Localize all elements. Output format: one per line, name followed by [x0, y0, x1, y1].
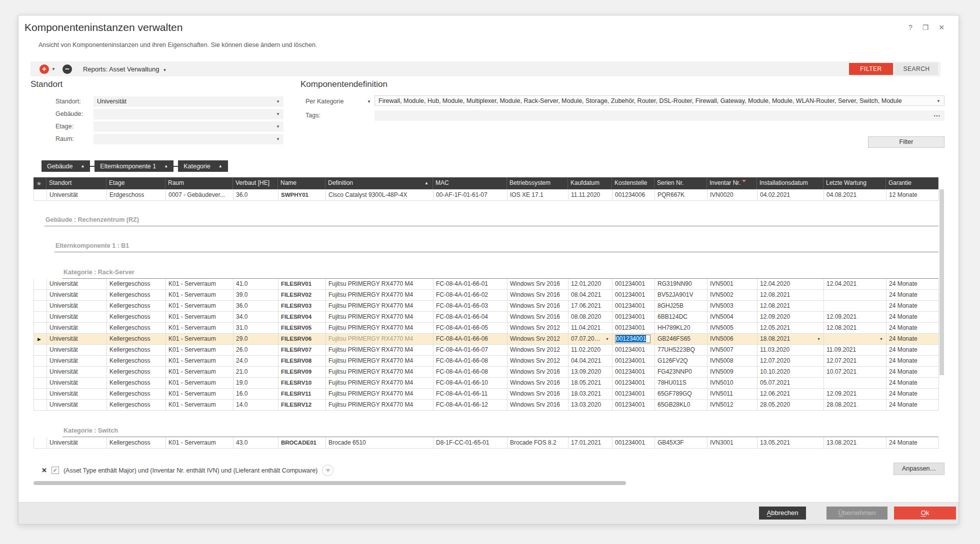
- cell-definition[interactable]: Fujitsu PRIMERGY RX4770 M4: [326, 367, 434, 378]
- cell-kaufdatum[interactable]: 11.11.2020: [568, 189, 612, 201]
- cell-etage[interactable]: Kellergeschoss: [107, 279, 166, 290]
- cell-definition[interactable]: Fujitsu PRIMERGY RX4770 M4: [326, 334, 434, 345]
- cell-serien-nr[interactable]: GB246FS65: [655, 334, 708, 345]
- cell-etage[interactable]: Kellergeschoss: [107, 323, 166, 334]
- cell-etage[interactable]: Kellergeschoss: [107, 290, 166, 301]
- cell-standort[interactable]: Universität: [47, 323, 107, 334]
- cell-verbaut-he[interactable]: 36.0: [234, 189, 278, 201]
- cell-mac[interactable]: 00-AF-1F-01-61-07: [434, 189, 508, 201]
- cell-standort[interactable]: Universität: [47, 356, 107, 367]
- cell-kostenstelle[interactable]: 001234001: [612, 437, 655, 449]
- cell-betriebssystem[interactable]: Windows Srv 2016: [508, 301, 568, 312]
- standort-select[interactable]: Universität▼: [94, 96, 284, 107]
- column-header-verbaut-he[interactable]: Verbaut [HE]: [233, 177, 278, 189]
- cell-garantie[interactable]: 24 Monate: [886, 378, 939, 389]
- cell-etage[interactable]: Erdgeschoss: [107, 189, 166, 201]
- cell-installationsdatum[interactable]: 04.02.2021: [758, 189, 824, 201]
- cell-name[interactable]: BROCADE01: [278, 437, 326, 449]
- cell-definition[interactable]: Brocade 6510: [326, 437, 434, 449]
- cell-serien-nr[interactable]: RG319NN90: [655, 279, 708, 290]
- column-header-kaufdatum[interactable]: Kaufdatum: [568, 177, 612, 189]
- per-kategorie-label[interactable]: Per Kategorie: [306, 96, 344, 107]
- tags-field[interactable]: ...: [374, 110, 944, 121]
- cell-standort[interactable]: Universität: [47, 400, 107, 411]
- cell-betriebssystem[interactable]: Windows Srv 2016: [508, 378, 568, 389]
- cell-inventar-nr[interactable]: IVN5003: [708, 301, 758, 312]
- remove-button[interactable]: −: [62, 64, 72, 74]
- filter-funnel-button[interactable]: [322, 465, 334, 476]
- cell-kostenstelle[interactable]: 001234001: [612, 345, 655, 356]
- cell-serien-nr[interactable]: BV52JA901V: [655, 290, 708, 301]
- cell-betriebssystem[interactable]: Windows Srv 2012: [508, 356, 568, 367]
- cell-etage[interactable]: Kellergeschoss: [107, 345, 166, 356]
- cell-name[interactable]: FILESRV03: [278, 301, 326, 312]
- cell-kaufdatum[interactable]: 11.04.2021: [568, 323, 612, 334]
- cell-garantie[interactable]: 24 Monate: [886, 400, 939, 411]
- column-header-kostenstelle[interactable]: Kostenstelle: [612, 177, 654, 189]
- cell-mac[interactable]: FC-08-4A-01-66-12: [434, 400, 508, 411]
- dropdown-caret-icon[interactable]: ▼: [880, 334, 883, 344]
- add-dropdown-caret-icon[interactable]: ▼: [52, 67, 56, 71]
- cell-installationsdatum[interactable]: 12.06.2021: [758, 389, 824, 400]
- cell-garantie[interactable]: 24 Monate: [886, 389, 939, 400]
- cell-serien-nr[interactable]: 8GHJ25B: [655, 301, 708, 312]
- cell-kaufdatum[interactable]: 13.09.2020: [568, 367, 612, 378]
- cell-installationsdatum[interactable]: 11.03.2020: [758, 345, 824, 356]
- cell-verbaut-he[interactable]: 39.0: [234, 290, 278, 301]
- group-header-kategorie-rack-server[interactable]: Kategorie : Rack-Server: [62, 265, 938, 279]
- cell-serien-nr[interactable]: GB45X3F: [655, 437, 708, 449]
- cell-standort[interactable]: Universität: [47, 312, 107, 323]
- cell-kaufdatum[interactable]: 08.04.2021: [568, 290, 612, 301]
- cell-betriebssystem[interactable]: Windows Srv 2016: [508, 279, 568, 290]
- table-row-filesrv03[interactable]: UniversitätKellergeschossK01 - Serverrau…: [34, 301, 938, 312]
- filter-enabled-checkbox[interactable]: ✓: [52, 467, 59, 474]
- cell-garantie[interactable]: 24 Monate: [886, 437, 939, 449]
- table-row-filesrv08[interactable]: UniversitätKellergeschossK01 - Serverrau…: [34, 356, 938, 367]
- clear-filter-icon[interactable]: ✕: [42, 467, 47, 474]
- reports-dropdown[interactable]: Reports: Asset Verwaltung▼: [83, 65, 166, 73]
- table-row-filesrv06[interactable]: ▶UniversitätKellergeschossK01 - Serverra…: [34, 334, 938, 345]
- cell-definition[interactable]: Fujitsu PRIMERGY RX4770 M4: [326, 301, 434, 312]
- cell-verbaut-he[interactable]: 41.0: [234, 279, 278, 290]
- cell-raum[interactable]: K01 - Serverraum: [166, 345, 234, 356]
- cell-raum[interactable]: K01 - Serverraum: [166, 334, 234, 345]
- cell-standort[interactable]: Universität: [47, 367, 107, 378]
- cell-installationsdatum[interactable]: 18.08.2021▼: [758, 334, 824, 345]
- cell-mac[interactable]: FC-08-4A-01-66-06: [434, 334, 508, 345]
- cell-inventar-nr[interactable]: IVN5004: [708, 312, 758, 323]
- cell-garantie[interactable]: 24 Monate: [886, 356, 939, 367]
- cell-garantie[interactable]: 24 Monate: [886, 290, 939, 301]
- cell-kaufdatum[interactable]: 18.03.2021: [568, 389, 612, 400]
- cell-inventar-nr[interactable]: IVN5011: [708, 389, 758, 400]
- cell-definition[interactable]: Fujitsu PRIMERGY RX4770 M4: [326, 389, 434, 400]
- filter-tab-button[interactable]: FILTER: [849, 63, 893, 75]
- anpassen-button[interactable]: Anpassen…: [894, 463, 944, 475]
- cell-garantie[interactable]: 24 Monate: [886, 367, 939, 378]
- column-header-betriebssystem[interactable]: Betriebssystem: [507, 177, 568, 189]
- cell-etage[interactable]: Kellergeschoss: [107, 334, 166, 345]
- per-kategorie-caret-icon[interactable]: ▼: [367, 99, 371, 104]
- cell-mac[interactable]: FC-08-4A-01-66-03: [434, 301, 508, 312]
- cell-inventar-nr[interactable]: IVN0020: [708, 189, 758, 201]
- cell-name[interactable]: FILESRV11: [278, 389, 326, 400]
- cell-installationsdatum[interactable]: 12.05.2021: [758, 323, 824, 334]
- dropdown-caret-icon[interactable]: ▼: [817, 334, 820, 344]
- column-header-standort[interactable]: Standort: [46, 177, 106, 189]
- cell-kostenstelle[interactable]: 001234001: [612, 323, 655, 334]
- cell-garantie[interactable]: 24 Monate: [886, 301, 939, 312]
- cell-letzte-wartung[interactable]: 12.09.2021: [824, 389, 886, 400]
- filter-expression-text[interactable]: (Asset Type enthält Major) und (Inventar…: [64, 467, 318, 474]
- table-row-filesrv10[interactable]: UniversitätKellergeschossK01 - Serverrau…: [34, 378, 938, 389]
- cell-garantie[interactable]: 24 Monate: [886, 345, 939, 356]
- cell-letzte-wartung[interactable]: 12.07.2021: [824, 356, 886, 367]
- cell-serien-nr[interactable]: 65GF789GQ: [655, 389, 708, 400]
- cell-letzte-wartung[interactable]: 04.08.2021: [824, 189, 886, 201]
- cell-name[interactable]: SWPHY01: [278, 189, 326, 201]
- apply-button[interactable]: Übernehmen: [826, 507, 888, 520]
- cell-name[interactable]: FILESRV10: [278, 378, 326, 389]
- cell-kaufdatum[interactable]: 08.08.2020: [568, 312, 612, 323]
- cell-serien-nr[interactable]: HH789KL20: [655, 323, 708, 334]
- cell-letzte-wartung[interactable]: [824, 290, 886, 301]
- cell-definition[interactable]: Fujitsu PRIMERGY RX4770 M4: [326, 378, 434, 389]
- cell-verbaut-he[interactable]: 19.0: [234, 378, 278, 389]
